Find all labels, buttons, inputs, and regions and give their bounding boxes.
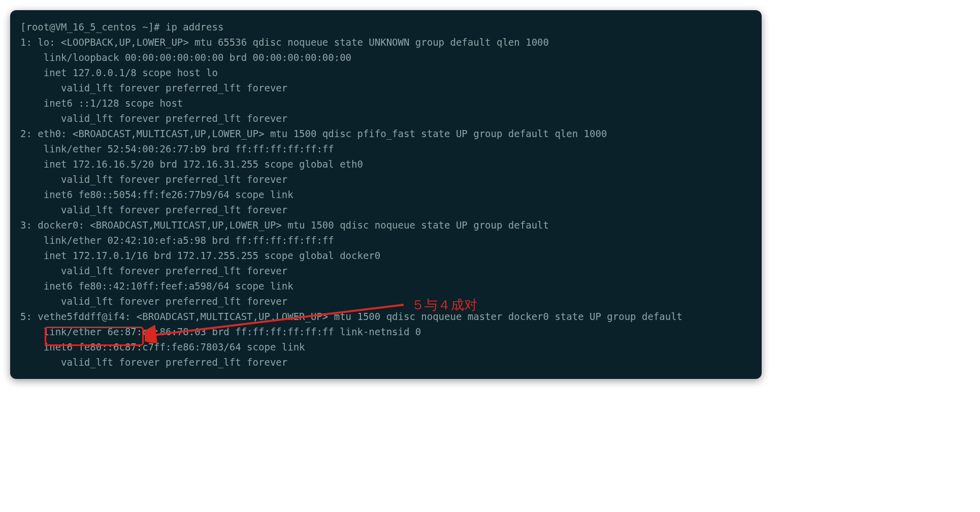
command-prompt-line: [root@VM_16_5_centos ~]# ip address: [20, 19, 752, 35]
output-line: inet 127.0.0.1/8 scope host lo: [20, 65, 752, 80]
output-line: link/ether 52:54:00:26:77:b9 brd ff:ff:f…: [20, 141, 752, 156]
output-line: inet6 fe80::5054:ff:fe26:77b9/64 scope l…: [20, 187, 752, 202]
output-line: inet6 ::1/128 scope host: [20, 95, 752, 111]
terminal-window: [root@VM_16_5_centos ~]# ip address 1: l…: [10, 10, 762, 379]
output-line: 1: lo: <LOOPBACK,UP,LOWER_UP> mtu 65536 …: [20, 35, 752, 50]
output-line: link/loopback 00:00:00:00:00:00 brd 00:0…: [20, 50, 752, 65]
output-line: link/ether 02:42:10:ef:a5:98 brd ff:ff:f…: [20, 233, 752, 248]
output-line: valid_lft forever preferred_lft forever: [20, 355, 752, 370]
output-line: valid_lft forever preferred_lft forever: [20, 263, 752, 278]
annotation-label: ５与４成对: [411, 295, 477, 315]
highlight-box-veth-interface: [45, 327, 144, 346]
output-line: valid_lft forever preferred_lft forever: [20, 294, 752, 309]
output-line: valid_lft forever preferred_lft forever: [20, 80, 752, 95]
output-line: valid_lft forever preferred_lft forever: [20, 202, 752, 217]
output-line: inet6 fe80::42:10ff:feef:a598/64 scope l…: [20, 278, 752, 294]
output-line: 2: eth0: <BROADCAST,MULTICAST,UP,LOWER_U…: [20, 126, 752, 141]
output-line: 5: vethe5fddff@if4: <BROADCAST,MULTICAST…: [20, 309, 752, 324]
output-line: 3: docker0: <BROADCAST,MULTICAST,UP,LOWE…: [20, 217, 752, 233]
output-line: valid_lft forever preferred_lft forever: [20, 111, 752, 126]
output-line: inet 172.17.0.1/16 brd 172.17.255.255 sc…: [20, 248, 752, 263]
output-line: valid_lft forever preferred_lft forever: [20, 172, 752, 187]
output-line: inet 172.16.16.5/20 brd 172.16.31.255 sc…: [20, 156, 752, 172]
